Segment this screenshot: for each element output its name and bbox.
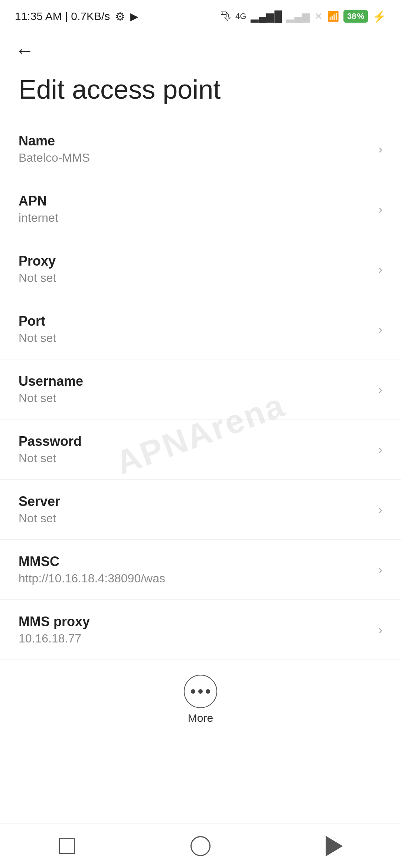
- dot-3: [206, 689, 210, 694]
- settings-item-port[interactable]: Port Not set ›: [0, 299, 401, 359]
- back-button[interactable]: ←: [15, 40, 34, 61]
- signal-bars-icon: ▂▄▆█: [251, 10, 282, 23]
- chevron-icon-port: ›: [378, 322, 382, 336]
- more-label: More: [188, 712, 213, 724]
- settings-icon: ⚙: [115, 10, 125, 23]
- battery-level: 38: [347, 11, 356, 21]
- settings-value-mms-proxy: 10.16.18.77: [19, 632, 371, 645]
- navigation-bar: [0, 823, 401, 868]
- chevron-icon-password: ›: [378, 442, 382, 457]
- signal-4g-icon: 4G: [235, 11, 246, 21]
- more-section: More: [0, 660, 401, 736]
- settings-label-username: Username: [19, 374, 371, 389]
- settings-value-apn: internet: [19, 211, 371, 225]
- settings-value-server: Not set: [19, 512, 371, 525]
- chevron-icon-mms-proxy: ›: [378, 622, 382, 637]
- wifi-x-icon: ✕: [314, 11, 323, 22]
- chevron-icon-name: ›: [378, 142, 382, 156]
- home-button[interactable]: [186, 831, 215, 861]
- settings-list: Name Batelco-MMS › APN internet › Proxy …: [0, 119, 401, 660]
- settings-value-mmsc: http://10.16.18.4:38090/was: [19, 572, 371, 585]
- settings-item-name[interactable]: Name Batelco-MMS ›: [0, 119, 401, 179]
- status-time: 11:35 AM | 0.7KB/s: [15, 10, 110, 23]
- settings-value-password: Not set: [19, 451, 371, 465]
- chevron-icon-username: ›: [378, 382, 382, 397]
- charging-icon: ⚡: [372, 10, 386, 23]
- page-title: Edit access point: [0, 64, 401, 119]
- dot-2: [198, 689, 203, 694]
- settings-label-proxy: Proxy: [19, 253, 371, 269]
- back-row: ←: [0, 30, 401, 64]
- home-icon: [190, 836, 211, 856]
- chevron-icon-mmsc: ›: [378, 562, 382, 577]
- settings-item-mmsc[interactable]: MMSC http://10.16.18.4:38090/was ›: [0, 540, 401, 600]
- settings-item-proxy[interactable]: Proxy Not set ›: [0, 239, 401, 299]
- chevron-icon-server: ›: [378, 502, 382, 517]
- chevron-icon-proxy: ›: [378, 262, 382, 276]
- settings-value-port: Not set: [19, 331, 371, 345]
- wifi-icon: 📶: [327, 11, 339, 22]
- back-nav-icon: [326, 836, 343, 857]
- settings-item-username[interactable]: Username Not set ›: [0, 359, 401, 420]
- settings-item-server[interactable]: Server Not set ›: [0, 480, 401, 540]
- video-icon: ▶: [130, 10, 138, 23]
- back-nav-button[interactable]: [319, 831, 349, 861]
- settings-value-proxy: Not set: [19, 271, 371, 285]
- settings-value-name: Batelco-MMS: [19, 151, 371, 165]
- settings-item-password[interactable]: Password Not set ›: [0, 420, 401, 480]
- settings-label-name: Name: [19, 133, 371, 149]
- settings-item-mms-proxy[interactable]: MMS proxy 10.16.18.77 ›: [0, 600, 401, 660]
- recent-apps-button[interactable]: [52, 831, 82, 861]
- settings-label-port: Port: [19, 313, 371, 329]
- settings-label-password: Password: [19, 434, 371, 449]
- settings-label-mms-proxy: MMS proxy: [19, 614, 371, 629]
- bluetooth-icon: ⮷: [221, 10, 231, 23]
- settings-label-mmsc: MMSC: [19, 554, 371, 569]
- settings-label-server: Server: [19, 494, 371, 509]
- more-button[interactable]: [184, 675, 217, 708]
- chevron-icon-apn: ›: [378, 202, 382, 216]
- settings-label-apn: APN: [19, 193, 371, 209]
- recent-apps-icon: [59, 838, 75, 854]
- battery-indicator: 38 %: [343, 10, 368, 23]
- dot-1: [191, 689, 195, 694]
- settings-value-username: Not set: [19, 391, 371, 405]
- signal-bars2-icon: ▂▄▆: [286, 10, 310, 23]
- settings-item-apn[interactable]: APN internet ›: [0, 179, 401, 239]
- status-bar: 11:35 AM | 0.7KB/s ⚙ ▶ ⮷ 4G ▂▄▆█ ▂▄▆ ✕ 📶…: [0, 0, 401, 30]
